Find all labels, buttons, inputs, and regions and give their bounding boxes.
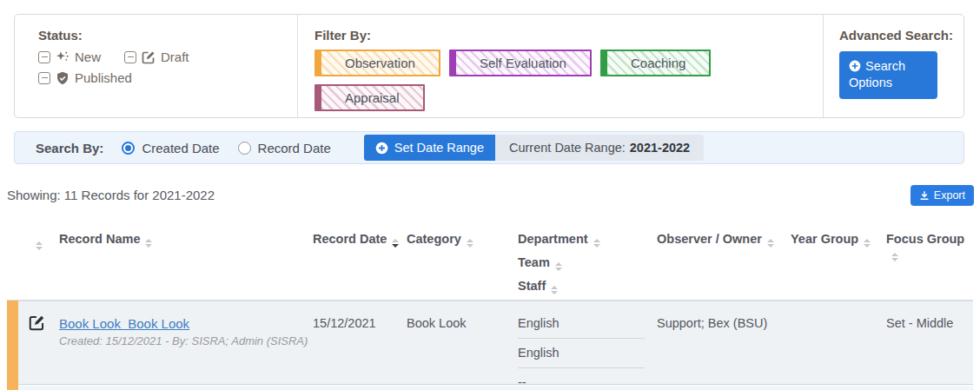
sort-icon[interactable] (891, 253, 898, 261)
status-section: Status: New Draft (15, 15, 297, 117)
edit-record-button[interactable] (29, 314, 45, 334)
sort-icon[interactable] (593, 239, 600, 248)
radio-record-date[interactable]: Record Date (238, 141, 331, 155)
search-options-button[interactable]: Search Options (839, 51, 937, 99)
department-team-staff-cell: English English -- (518, 301, 657, 390)
status-label: Published (75, 70, 132, 85)
minus-square-icon[interactable] (38, 72, 50, 84)
header-staff[interactable]: Staff (518, 279, 657, 294)
sort-icon[interactable] (145, 239, 152, 248)
team-value: English (518, 346, 645, 368)
status-filter-published[interactable]: Published (38, 70, 132, 85)
header-label: Category (407, 232, 461, 246)
sparkles-icon (56, 50, 70, 64)
current-date-range-label: Current Date Range: (509, 141, 626, 155)
header-year-group[interactable]: Year Group (791, 232, 886, 302)
filters-panel: Status: New Draft (14, 14, 964, 118)
advanced-search-section: Advanced Search: Search Options (824, 15, 963, 117)
advanced-search-title: Advanced Search: (839, 28, 963, 43)
pencil-square-icon (142, 50, 156, 64)
row-status-accent-bar (7, 301, 18, 390)
sort-icon-desc-active[interactable] (392, 239, 399, 248)
year-group-cell (791, 301, 886, 390)
minus-square-icon[interactable] (124, 51, 136, 63)
search-by-label: Search By: (36, 141, 103, 155)
sort-icon[interactable] (467, 239, 473, 248)
category-cell: Book Look (407, 301, 518, 390)
header-category[interactable]: Category (407, 232, 518, 302)
search-by-bar: Search By: Created Date Record Date Set … (14, 131, 964, 164)
sort-icon[interactable] (864, 239, 871, 248)
table-header-row: Record Name Record Date Category Departm… (7, 224, 973, 300)
record-name-cell: Book Look Book Look Created: 15/12/2021 … (59, 301, 313, 390)
radio-selected-icon[interactable] (122, 142, 135, 155)
status-filter-new[interactable]: New (38, 50, 101, 64)
header-department[interactable]: Department (518, 232, 657, 248)
status-filter-draft[interactable]: Draft (124, 50, 189, 64)
filter-observation-button[interactable]: Observation (315, 50, 440, 76)
filter-self-evaluation-button[interactable]: Self Evaluation (449, 50, 592, 76)
header-department-team-staff: Department Team Staff (518, 232, 657, 302)
radio-created-date[interactable]: Created Date (122, 141, 219, 155)
status-label: Draft (161, 50, 189, 64)
set-date-range-button[interactable]: Set Date Range (364, 135, 495, 161)
observer-owner-cell: Support; Bex (BSU) (657, 301, 791, 390)
sort-icon[interactable] (767, 239, 774, 248)
sort-icon[interactable] (551, 286, 558, 294)
header-label: Focus Group (886, 232, 964, 246)
focus-group-cell: Set - Middle (886, 301, 973, 390)
header-team[interactable]: Team (518, 255, 657, 271)
showing-records-text: Showing: 11 Records for 2021-2022 (7, 188, 215, 202)
sort-icon[interactable] (555, 262, 562, 271)
next-row-edge (18, 386, 973, 390)
header-label: Department (518, 232, 588, 246)
records-page: Status: New Draft (0, 0, 980, 390)
records-table: Record Name Record Date Category Departm… (7, 224, 973, 385)
header-label: Record Date (313, 232, 387, 246)
table-row: Book Look Book Look Created: 15/12/2021 … (7, 300, 973, 385)
header-label: Staff (518, 279, 546, 293)
record-name-link[interactable]: Book Look Book Look (59, 316, 189, 331)
shield-check-icon (56, 71, 70, 85)
header-record-name[interactable]: Record Name (59, 232, 313, 302)
header-label: Record Name (59, 232, 140, 246)
header-focus-group[interactable]: Focus Group (886, 232, 973, 302)
header-observer-owner[interactable]: Observer / Owner (657, 232, 791, 302)
minus-square-icon[interactable] (38, 51, 50, 63)
radio-unselected-icon[interactable] (238, 142, 251, 155)
set-date-range-label: Set Date Range (394, 141, 484, 155)
current-date-range-value: 2021-2022 (630, 141, 690, 155)
plus-circle-icon (375, 142, 388, 155)
header-label: Observer / Owner (657, 232, 762, 246)
status-label: New (75, 50, 101, 64)
filter-by-title: Filter By: (315, 28, 823, 43)
current-date-range: Current Date Range: 2021-2022 (495, 135, 704, 161)
record-created-info: Created: 15/12/2021 - By: SISRA; Admin (… (59, 334, 313, 347)
header-record-date[interactable]: Record Date (313, 232, 407, 302)
filter-appraisal-button[interactable]: Appraisal (315, 84, 425, 111)
header-label: Year Group (791, 232, 858, 246)
department-value: English (518, 316, 645, 339)
sort-icon[interactable] (36, 241, 43, 250)
filter-by-section: Filter By: Observation Self Evaluation C… (297, 15, 824, 117)
filter-coaching-button[interactable]: Coaching (600, 50, 711, 76)
status-title: Status: (38, 28, 297, 43)
pencil-square-icon (29, 314, 45, 331)
export-button[interactable]: Export (910, 185, 974, 206)
export-label: Export (934, 189, 965, 202)
download-icon (919, 190, 930, 201)
radio-label: Created Date (142, 141, 219, 155)
radio-label: Record Date (258, 141, 331, 155)
record-date-cell: 15/12/2021 (313, 301, 407, 390)
plus-circle-icon (849, 60, 861, 72)
column-sort-control[interactable] (7, 232, 59, 302)
header-label: Team (518, 255, 550, 269)
